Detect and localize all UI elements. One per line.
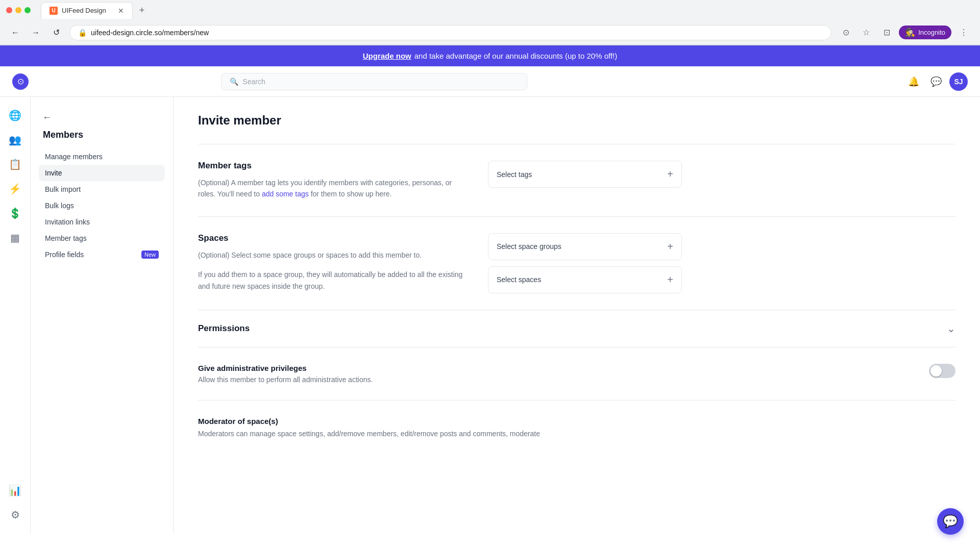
refresh-button[interactable]: ↺ xyxy=(49,26,63,40)
select-tags-label: Select tags xyxy=(497,170,532,179)
admin-privileges-toggle[interactable] xyxy=(929,364,955,378)
add-some-tags-link[interactable]: add some tags xyxy=(262,190,309,198)
sidebar-icon-layout[interactable]: ▦ xyxy=(5,228,26,248)
notification-icon[interactable]: 🔔 xyxy=(904,72,923,91)
select-space-groups-plus: + xyxy=(667,241,673,253)
moderator-section: Moderator of space(s) Moderators can man… xyxy=(198,400,955,439)
url-text: uifeed-design.circle.so/members/new xyxy=(91,29,209,37)
sidebar-item-profile-fields[interactable]: Profile fields New xyxy=(39,246,165,263)
incognito-badge[interactable]: 🕵 Incognito xyxy=(899,26,951,39)
permissions-section[interactable]: Permissions ⌄ xyxy=(198,310,955,347)
manage-members-label: Manage members xyxy=(45,153,103,161)
window-controls xyxy=(6,7,31,13)
sidebar-icon-members[interactable]: 👥 xyxy=(5,130,26,150)
bulk-logs-label: Bulk logs xyxy=(45,202,74,210)
invitation-links-label: Invitation links xyxy=(45,218,90,226)
chat-icon[interactable]: 💬 xyxy=(927,72,945,91)
spaces-desc: (Optional) Select some space groups or s… xyxy=(198,249,463,261)
sidebar-icon-notes[interactable]: 📋 xyxy=(5,154,26,174)
sidebar-item-invite[interactable]: Invite xyxy=(39,165,165,181)
bulk-import-label: Bulk import xyxy=(45,185,81,193)
search-placeholder: Search xyxy=(242,78,265,86)
sidebar-icon-chart[interactable]: 📊 xyxy=(5,480,26,500)
moderator-desc: Moderators can manage space settings, ad… xyxy=(198,429,955,439)
admin-left: Give administrative privileges Allow thi… xyxy=(198,364,463,384)
search-bar[interactable]: 🔍 Search xyxy=(221,73,527,90)
admin-privileges-section: Give administrative privileges Allow thi… xyxy=(198,347,955,400)
spaces-section: Spaces (Optional) Select some space grou… xyxy=(198,216,955,310)
spaces-title: Spaces xyxy=(198,233,463,243)
select-space-groups-box[interactable]: Select space groups + xyxy=(488,233,682,260)
sidebar-item-invitation-links[interactable]: Invitation links xyxy=(39,214,165,230)
sidebar-icon-settings[interactable]: ⚙ xyxy=(5,505,26,525)
permissions-title: Permissions xyxy=(198,323,250,334)
bookmark-icon[interactable]: ☆ xyxy=(858,24,874,41)
banner-text: and take advantage of our annual discoun… xyxy=(414,52,618,60)
browser-tab[interactable]: U UIFeed Design ✕ xyxy=(41,2,133,19)
admin-title: Give administrative privileges xyxy=(198,364,463,372)
forward-button[interactable]: → xyxy=(29,26,43,40)
back-nav-button[interactable]: ← xyxy=(39,109,55,126)
sidebar-item-member-tags[interactable]: Member tags xyxy=(39,230,165,246)
select-tags-plus: + xyxy=(667,168,673,180)
browser-nav-icons: ⊙ ☆ ⊡ 🕵 Incognito ⋮ xyxy=(838,24,972,41)
toggle-thumb xyxy=(930,365,942,377)
main-layout: 🌐 👥 📋 ⚡ 💲 ▦ 📊 ⚙ ← Members Manage members… xyxy=(0,97,980,533)
spaces-right: Select space groups + Select spaces + xyxy=(488,233,682,293)
upgrade-link[interactable]: Upgrade now xyxy=(363,52,411,60)
profile-fields-badge: New xyxy=(141,251,159,259)
incognito-icon: 🕵 xyxy=(905,28,915,37)
sidebar-item-bulk-logs[interactable]: Bulk logs xyxy=(39,197,165,214)
maximize-window-button[interactable] xyxy=(24,7,31,13)
select-spaces-plus: + xyxy=(667,274,673,286)
admin-desc: Allow this member to perform all adminis… xyxy=(198,375,463,384)
spaces-desc-text2: If you add them to a space group, they w… xyxy=(198,270,462,290)
browser-chrome: U UIFeed Design ✕ + ← → ↺ 🔒 uifeed-desig… xyxy=(0,0,980,45)
permissions-chevron-icon: ⌄ xyxy=(947,322,955,335)
browser-menu-icon[interactable]: ⋮ xyxy=(955,24,972,41)
sidebar-icon-dollar[interactable]: 💲 xyxy=(5,203,26,223)
chat-fab-icon: 💬 xyxy=(943,514,958,529)
header-icons: 🔔 💬 SJ xyxy=(904,72,968,91)
sidebar-item-bulk-import[interactable]: Bulk import xyxy=(39,181,165,197)
select-tags-box[interactable]: Select tags + xyxy=(488,161,682,188)
spaces-desc-text: (Optional) Select some space groups or s… xyxy=(198,251,422,259)
app-logo: ⊙ xyxy=(12,73,29,90)
member-tags-right: Select tags + xyxy=(488,161,682,200)
page-title: Invite member xyxy=(198,113,955,128)
sidebar-item-manage-members[interactable]: Manage members xyxy=(39,148,165,165)
address-bar[interactable]: 🔒 uifeed-design.circle.so/members/new xyxy=(69,25,831,40)
add-tab-button[interactable]: + xyxy=(135,3,149,17)
moderator-title: Moderator of space(s) xyxy=(198,417,955,425)
member-tags-desc-text2: for them to show up here. xyxy=(311,190,392,198)
left-nav-title: Members xyxy=(39,130,165,140)
tab-bar: U UIFeed Design ✕ + xyxy=(35,1,155,19)
member-tags-desc: (Optional) A member tag lets you identif… xyxy=(198,177,463,200)
browser-nav: ← → ↺ 🔒 uifeed-design.circle.so/members/… xyxy=(0,20,980,45)
spaces-left: Spaces (Optional) Select some space grou… xyxy=(198,233,463,293)
spaces-desc2: If you add them to a space group, they w… xyxy=(198,269,463,292)
chat-fab-button[interactable]: 💬 xyxy=(937,508,964,535)
select-spaces-box[interactable]: Select spaces + xyxy=(488,266,682,293)
tab-favicon: U xyxy=(50,7,58,15)
close-window-button[interactable] xyxy=(6,7,12,13)
tab-title: UIFeed Design xyxy=(62,7,114,14)
icon-sidebar: 🌐 👥 📋 ⚡ 💲 ▦ 📊 ⚙ xyxy=(0,97,31,533)
member-tags-section: Member tags (Optional) A member tag lets… xyxy=(198,144,955,216)
sidebar-icon-globe[interactable]: 🌐 xyxy=(5,105,26,126)
sidebar-icon-activity[interactable]: ⚡ xyxy=(5,179,26,199)
lock-icon: 🔒 xyxy=(78,29,87,37)
cast-icon[interactable]: ⊙ xyxy=(838,24,854,41)
minimize-window-button[interactable] xyxy=(15,7,21,13)
avatar[interactable]: SJ xyxy=(949,72,968,91)
main-content: Invite member Member tags (Optional) A m… xyxy=(174,97,980,533)
incognito-label: Incognito xyxy=(918,29,945,36)
search-icon: 🔍 xyxy=(230,78,238,86)
app-header: ⊙ 🔍 Search 🔔 💬 SJ xyxy=(0,66,980,97)
close-tab-button[interactable]: ✕ xyxy=(118,7,124,15)
left-nav: ← Members Manage members Invite Bulk imp… xyxy=(31,97,174,533)
app: Upgrade now and take advantage of our an… xyxy=(0,45,980,533)
back-button[interactable]: ← xyxy=(8,26,22,40)
profile-icon[interactable]: ⊡ xyxy=(878,24,895,41)
member-tags-label: Member tags xyxy=(45,234,87,242)
